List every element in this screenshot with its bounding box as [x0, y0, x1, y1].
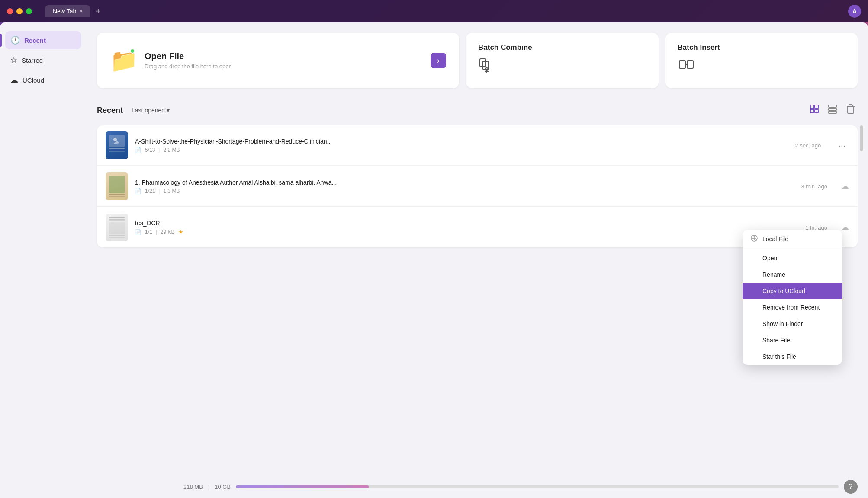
file-info: 1. Pharmacology of Anesthesia Author Ama…	[135, 179, 794, 194]
sidebar: 🕐 Recent ☆ Starred ☁ UCloud	[0, 22, 87, 498]
page-icon: 📄	[135, 188, 141, 194]
sort-button[interactable]: Last opened ▾	[132, 107, 170, 114]
open-file-card[interactable]: 📁 Open File Drag and drop the file here …	[97, 33, 459, 88]
view-grid-button[interactable]	[807, 102, 821, 118]
svg-point-16	[113, 138, 117, 141]
context-menu-share-file[interactable]: Share File	[743, 332, 842, 348]
cloud-icon-sidebar: ☁	[10, 75, 18, 85]
svg-rect-14	[829, 108, 836, 110]
open-file-title: Open File	[145, 51, 232, 61]
context-menu-copy-ucloud[interactable]: Copy to UCloud	[743, 283, 842, 299]
tab-bar: New Tab × +	[45, 5, 104, 18]
star-icon-sidebar: ☆	[10, 55, 17, 65]
bottom-bar: 218 MB | 10 GB ?	[173, 476, 868, 498]
svg-rect-12	[815, 109, 818, 113]
trash-button[interactable]	[844, 102, 858, 118]
avatar[interactable]: A	[848, 5, 861, 18]
context-menu-divider	[743, 249, 842, 249]
batch-combine-card[interactable]: Batch Combine	[466, 33, 659, 88]
file-item[interactable]: 1. Pharmacology of Anesthesia Author Ama…	[97, 166, 858, 207]
file-name: 1. Pharmacology of Anesthesia Author Ama…	[135, 179, 794, 186]
context-menu: Local File Open Rename Copy to UCloud Re…	[743, 230, 842, 365]
context-menu-local-file[interactable]: Local File	[743, 230, 842, 248]
folder-icon-container: 📁	[110, 48, 136, 73]
batch-insert-card[interactable]: Batch Insert	[665, 33, 858, 88]
open-file-subtitle: Drag and drop the file here to open	[145, 63, 232, 70]
context-rename-label: Rename	[762, 271, 785, 278]
cloud-upload-icon: ☁	[841, 223, 849, 232]
content-area: 📁 Open File Drag and drop the file here …	[87, 22, 868, 498]
svg-rect-10	[815, 105, 818, 109]
storage-bar	[236, 485, 839, 488]
minimize-button[interactable]	[16, 8, 23, 14]
view-controls	[807, 102, 858, 118]
context-open-label: Open	[762, 255, 777, 262]
file-pages: 1/1	[145, 229, 152, 235]
open-file-arrow[interactable]: ›	[431, 53, 446, 68]
main-area: 🕐 Recent ☆ Starred ☁ UCloud 📁	[0, 22, 868, 498]
context-menu-open[interactable]: Open	[743, 250, 842, 266]
context-local-file-label: Local File	[762, 236, 788, 243]
batch-insert-title: Batch Insert	[678, 43, 720, 52]
file-actions: ☁	[841, 182, 849, 191]
fullscreen-button[interactable]	[26, 8, 32, 14]
tab-close-icon[interactable]: ×	[80, 8, 83, 14]
file-list: A-Shift-to-Solve-the-Physician-Shortage-…	[97, 125, 858, 247]
svg-rect-13	[829, 105, 836, 107]
traffic-lights	[7, 8, 32, 14]
context-star-file-label: Star this File	[762, 353, 796, 360]
tab-new[interactable]: New Tab ×	[45, 5, 90, 17]
sidebar-item-recent[interactable]: 🕐 Recent	[5, 31, 81, 49]
batch-insert-icon	[678, 57, 695, 78]
context-menu-star-file[interactable]: Star this File	[743, 348, 842, 365]
context-menu-rename[interactable]: Rename	[743, 266, 842, 283]
scrollbar-thumb[interactable]	[860, 125, 863, 151]
cloud-upload-icon: ☁	[841, 182, 849, 191]
file-name: tes_OCR	[135, 220, 798, 227]
file-meta: 📄 1/1 | 29 KB ★	[135, 229, 798, 235]
sort-chevron-icon: ▾	[167, 107, 170, 114]
page-icon: 📄	[135, 229, 141, 235]
storage-used: 218 MB	[183, 484, 203, 490]
file-info: tes_OCR 📄 1/1 | 29 KB ★	[135, 220, 798, 235]
storage-fill	[236, 485, 368, 488]
recent-section-title: Recent	[97, 106, 123, 115]
tab-add-icon[interactable]: +	[92, 5, 104, 18]
local-file-icon	[750, 235, 758, 243]
starred-icon: ★	[178, 229, 183, 235]
top-cards: 📁 Open File Drag and drop the file here …	[97, 33, 858, 88]
view-list-button[interactable]	[826, 102, 839, 118]
storage-total: 10 GB	[215, 484, 231, 490]
sidebar-item-ucloud[interactable]: ☁ UCloud	[5, 71, 81, 89]
file-thumbnail	[106, 214, 128, 241]
context-copy-ucloud-label: Copy to UCloud	[762, 287, 805, 294]
storage-separator: |	[208, 484, 209, 490]
file-time: 2 sec. ago	[795, 142, 821, 149]
file-pages: 1/21	[145, 188, 155, 194]
file-thumbnail	[106, 172, 128, 200]
sidebar-label-starred: Starred	[22, 57, 43, 64]
sidebar-item-starred[interactable]: ☆ Starred	[5, 51, 81, 69]
folder-dot	[130, 48, 135, 54]
sidebar-wrapper: 🕐 Recent ☆ Starred ☁ UCloud	[5, 31, 81, 89]
context-show-finder-label: Show in Finder	[762, 320, 803, 327]
context-share-file-label: Share File	[762, 337, 790, 344]
arrow-icon: ›	[437, 56, 440, 65]
tab-label: New Tab	[53, 8, 76, 15]
page-icon: 📄	[135, 147, 141, 153]
file-info: A-Shift-to-Solve-the-Physician-Shortage-…	[135, 138, 788, 153]
batch-combine-icon	[478, 57, 495, 78]
file-meta: 📄 1/21 | 1,3 MB	[135, 188, 794, 194]
context-menu-show-finder[interactable]: Show in Finder	[743, 316, 842, 332]
help-button[interactable]: ?	[844, 480, 858, 494]
more-options-button[interactable]: ···	[835, 139, 849, 152]
close-button[interactable]	[7, 8, 13, 14]
file-size: 1,3 MB	[163, 188, 180, 194]
svg-rect-5	[679, 61, 685, 68]
context-menu-remove-recent[interactable]: Remove from Recent	[743, 299, 842, 316]
file-item[interactable]: A-Shift-to-Solve-the-Physician-Shortage-…	[97, 125, 858, 166]
batch-combine-title: Batch Combine	[478, 43, 532, 52]
file-time: 3 min. ago	[801, 183, 827, 190]
sort-label: Last opened	[132, 107, 165, 114]
scrollbar-track[interactable]	[860, 125, 863, 247]
